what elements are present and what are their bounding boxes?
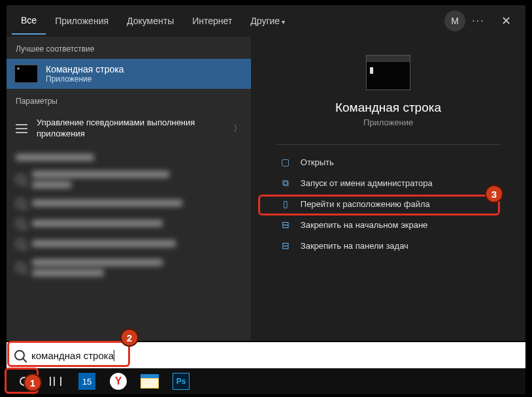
more-options-icon[interactable]: ··· [465, 15, 491, 27]
chevron-right-icon: 〉 [233, 123, 242, 135]
search-bar[interactable]: командная строка [7, 342, 525, 368]
search-icon [14, 350, 25, 360]
taskbar-explorer-button[interactable] [135, 369, 165, 394]
search-panel: Все Приложения Документы Интернет Другие… [7, 5, 525, 341]
taskbar-calendar-button[interactable]: 15 [72, 369, 102, 394]
admin-icon: ⧉ [280, 178, 291, 188]
callout-number-3: 3 [485, 185, 503, 203]
search-input[interactable]: командная строка [31, 350, 114, 361]
callout-number-2: 2 [120, 328, 139, 347]
settings-alias-item[interactable]: Управление псевдонимами выполнения прило… [7, 111, 251, 146]
preview-pane: Командная строка Приложение ▢Открыть ⧉За… [251, 37, 525, 341]
best-match-item[interactable]: Командная строка Приложение [7, 59, 251, 89]
blurred-results [7, 146, 251, 281]
pin-icon: ⊟ [280, 219, 291, 230]
open-icon: ▢ [280, 157, 291, 167]
search-tabs: Все Приложения Документы Интернет Другие… [7, 5, 525, 37]
settings-alias-label: Управление псевдонимами выполнения прило… [37, 118, 224, 140]
callout-number-1: 1 [24, 373, 42, 392]
results-list: Лучшее соответствие Командная строка При… [7, 37, 251, 341]
preview-title: Командная строка [335, 101, 441, 115]
taskbar-yandex-button[interactable]: Y [103, 369, 133, 394]
taskview-icon [50, 377, 61, 386]
tab-docs[interactable]: Документы [118, 8, 183, 34]
chevron-down-icon: ▾ [282, 18, 285, 25]
taskbar-photoshop-button[interactable]: Ps [166, 369, 196, 394]
taskbar-taskview-button[interactable] [41, 369, 71, 394]
pin-taskbar-icon: ⊟ [280, 240, 291, 251]
user-avatar[interactable]: M [444, 10, 465, 31]
explorer-icon [141, 374, 159, 389]
folder-icon: ▯ [280, 198, 291, 209]
section-best-match: Лучшее соответствие [7, 37, 251, 59]
action-pin-taskbar[interactable]: ⊟Закрепить на панели задач [276, 235, 501, 256]
best-match-title: Командная строка [46, 64, 124, 74]
taskbar: 15 Y Ps [7, 368, 525, 394]
tab-other[interactable]: Другие▾ [241, 8, 294, 34]
preview-cmd-icon [366, 55, 410, 90]
section-settings: Параметры [7, 89, 251, 111]
action-run-as-admin[interactable]: ⧉Запуск от имени администратора [276, 172, 501, 193]
yandex-icon: Y [110, 373, 127, 390]
calendar-icon: 15 [78, 373, 95, 390]
tab-all[interactable]: Все [12, 7, 46, 35]
preview-subtitle: Приложение [363, 118, 413, 127]
photoshop-icon: Ps [173, 373, 190, 390]
action-file-location[interactable]: ▯Перейти к расположению файла [276, 193, 501, 214]
tab-internet[interactable]: Интернет [183, 8, 241, 34]
action-pin-start[interactable]: ⊟Закрепить на начальном экране [276, 214, 501, 235]
best-match-type: Приложение [46, 74, 124, 84]
action-open[interactable]: ▢Открыть [276, 151, 501, 172]
close-button[interactable]: ✕ [491, 7, 520, 35]
cmd-icon [14, 65, 38, 83]
list-icon [16, 124, 27, 133]
tab-apps[interactable]: Приложения [46, 8, 118, 34]
